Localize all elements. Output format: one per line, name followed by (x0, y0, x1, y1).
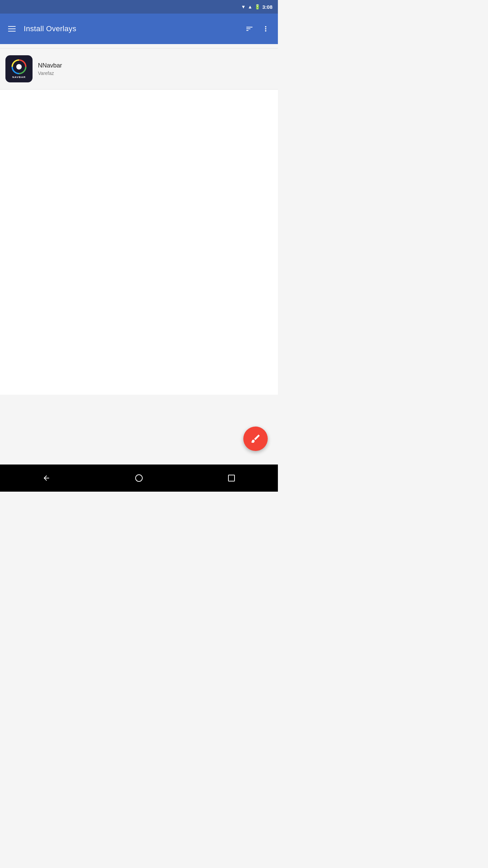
overlay-list: NAVBAR NNavbar Varefaz (0, 48, 278, 90)
battery-icon: 🔋 (255, 4, 260, 9)
item-text: NNavbar Varefaz (38, 62, 62, 76)
hamburger-line-1 (8, 26, 16, 27)
page-title: Install Overlays (24, 24, 237, 33)
navbar-center-dot (16, 64, 22, 70)
navbar-ring (12, 59, 26, 74)
hamburger-line-3 (8, 31, 16, 32)
bottom-nav (0, 465, 278, 492)
app-icon: NAVBAR (5, 55, 33, 82)
empty-content-area (0, 90, 278, 395)
status-bar: ▼ ▲ 🔋 3:08 (0, 0, 278, 14)
hamburger-line-2 (8, 28, 16, 29)
home-button[interactable] (129, 468, 149, 488)
app-bar-actions (243, 22, 272, 36)
main-content: NAVBAR NNavbar Varefaz (0, 44, 278, 399)
more-options-button[interactable] (259, 22, 272, 36)
svg-rect-1 (228, 475, 235, 481)
app-icon-inner: NAVBAR (5, 55, 33, 82)
hamburger-button[interactable] (5, 23, 18, 34)
signal-icon: ▲ (248, 4, 252, 9)
status-icons: ▼ ▲ 🔋 3:08 (241, 4, 272, 10)
item-subtitle: Varefaz (38, 71, 62, 76)
more-options-icon (262, 25, 270, 33)
svg-point-0 (136, 475, 142, 481)
fab-button[interactable] (243, 427, 268, 451)
wifi-icon: ▼ (241, 4, 246, 9)
recents-icon (227, 474, 236, 482)
app-bar: Install Overlays (0, 14, 278, 44)
recents-button[interactable] (221, 468, 242, 488)
navbar-label: NAVBAR (12, 76, 26, 79)
back-button[interactable] (36, 468, 57, 488)
sort-icon (245, 25, 253, 33)
back-icon (42, 474, 50, 482)
item-title: NNavbar (38, 62, 62, 69)
list-item[interactable]: NAVBAR NNavbar Varefaz (0, 48, 278, 89)
home-icon (135, 474, 143, 482)
sort-button[interactable] (243, 22, 256, 36)
status-time: 3:08 (262, 4, 272, 10)
fab-icon (250, 433, 261, 444)
